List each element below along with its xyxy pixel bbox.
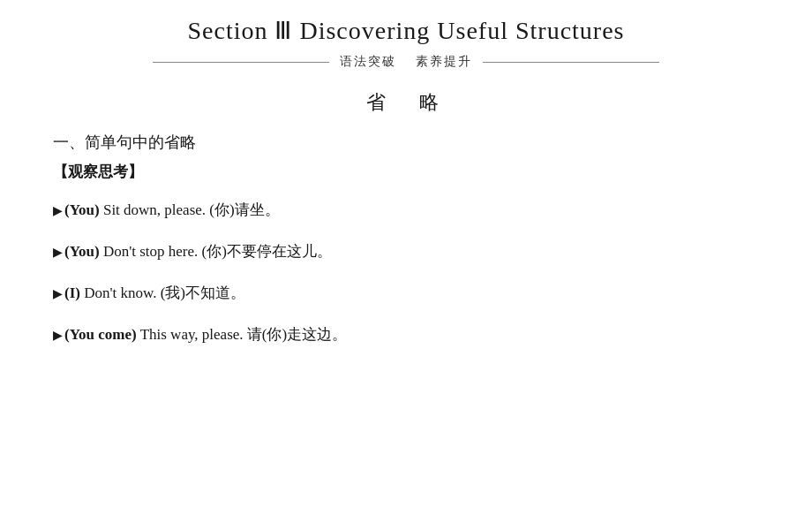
subtitle-line-right: [483, 62, 659, 63]
example-item-4: ▶ (You come) This way, please. 请(你)走这边。: [53, 322, 759, 348]
subtitle-bar: 语法突破 素养提升: [53, 54, 759, 70]
bold-youcome-4: (You come): [64, 326, 137, 343]
example-cn-2: (你)不要停在这儿。: [202, 243, 332, 260]
subtitle-line-left: [153, 62, 329, 63]
example-item-1: ▶ (You) Sit down, please. (你)请坐。: [53, 198, 759, 224]
main-title: 省 略: [53, 89, 759, 116]
example-en-3: Don't know.: [84, 284, 156, 301]
observation-label: 【观察思考】: [53, 162, 759, 182]
arrow-4: ▶: [53, 325, 63, 346]
example-text-1: (You) Sit down, please. (你)请坐。: [64, 198, 759, 224]
section-heading: 一、简单句中的省略: [53, 132, 759, 153]
page-container: Section Ⅲ Discovering Useful Structures …: [0, 0, 812, 382]
example-text-2: (You) Don't stop here. (你)不要停在这儿。: [64, 239, 759, 265]
arrow-3: ▶: [53, 284, 63, 305]
example-en-4: This way, please.: [140, 326, 244, 343]
example-cn-3: (我)不知道。: [161, 284, 245, 301]
grammar-label: 语法突破: [340, 55, 396, 68]
page-title: Section Ⅲ Discovering Useful Structures: [53, 16, 759, 45]
example-en-2: Don't stop here.: [103, 243, 198, 260]
literacy-label: 素养提升: [416, 55, 472, 68]
example-item-3: ▶ (I) Don't know. (我)不知道。: [53, 281, 759, 307]
example-en-1: Sit down, please.: [103, 201, 206, 218]
example-cn-4: 请(你)走这边。: [247, 326, 347, 343]
subtitle-text: 语法突破 素养提升: [329, 54, 483, 70]
example-text-3: (I) Don't know. (我)不知道。: [64, 281, 759, 307]
example-text-4: (You come) This way, please. 请(你)走这边。: [64, 322, 759, 348]
section-iii-label: Section Ⅲ Discovering Useful Structures: [187, 17, 624, 44]
bold-i-3: (I): [64, 284, 80, 301]
bold-you-1: (You): [64, 201, 100, 218]
example-cn-1: (你)请坐。: [209, 201, 279, 218]
examples-list: ▶ (You) Sit down, please. (你)请坐。 ▶ (You)…: [53, 198, 759, 348]
arrow-2: ▶: [53, 242, 63, 263]
example-item-2: ▶ (You) Don't stop here. (你)不要停在这儿。: [53, 239, 759, 265]
arrow-1: ▶: [53, 201, 63, 222]
bold-you-2: (You): [64, 243, 100, 260]
